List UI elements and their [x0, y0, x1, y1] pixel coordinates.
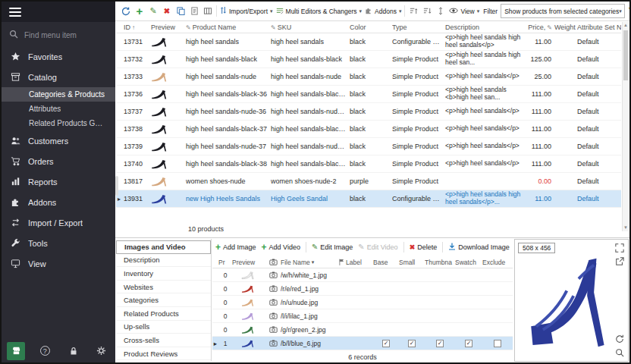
add-image-button[interactable]: +Add Image [215, 243, 256, 252]
vertical-scrollbar[interactable]: ▲ ▼ [622, 22, 629, 231]
edit-image-button[interactable]: ✎Edit Image [312, 243, 353, 251]
sidebar-item-tools[interactable]: Tools [2, 233, 115, 253]
column-header-preview[interactable]: Preview [232, 259, 265, 266]
sidebar-search[interactable] [2, 22, 115, 46]
scroll-down-arrow[interactable]: ▼ [623, 224, 629, 231]
sidebar-item-orders[interactable]: Orders [2, 151, 115, 171]
column-header-swatch[interactable]: Swatch [455, 259, 482, 266]
menu-icon[interactable] [9, 8, 21, 17]
sort-desc-button[interactable] [422, 5, 432, 17]
base-checkbox[interactable]: ✓ [382, 340, 390, 347]
tab-description[interactable]: Description [116, 254, 211, 268]
delete-product-button[interactable]: ✖ [162, 5, 172, 17]
column-header-id[interactable]: ID↑ [124, 24, 151, 31]
sidebar-item-customers[interactable]: Customers [2, 130, 115, 151]
help-button[interactable]: ? [36, 343, 53, 359]
thumb-checkbox[interactable]: ✓ [436, 340, 444, 347]
add-video-button[interactable]: +Add Video [262, 243, 300, 252]
sidebar-item-categories-products[interactable]: Categories & Products [2, 87, 115, 102]
column-header-base[interactable]: Base [373, 259, 399, 266]
column-header-thumbnail[interactable]: Thumbna [425, 259, 455, 266]
image-row[interactable]: 0/n/u/nude.jpg [212, 296, 513, 309]
product-thumbnail [151, 89, 186, 100]
product-row[interactable]: 13739high heel sandals-nude-37high heel … [116, 138, 621, 155]
sidebar-item-addons[interactable]: Addons [2, 192, 115, 212]
scroll-up-arrow[interactable]: ▲ [623, 22, 629, 29]
columns-button[interactable] [202, 5, 213, 17]
column-header-label[interactable]: Label [346, 259, 373, 266]
expand-collapse-button[interactable] [435, 5, 446, 17]
product-row[interactable]: 13738high heel sandals-black-37high heel… [116, 121, 621, 138]
column-header-preview[interactable]: Preview [151, 24, 186, 31]
sort-asc-button[interactable] [408, 5, 419, 17]
filter-icon: ▾ [312, 259, 315, 265]
product-row[interactable]: 13817women shoes-nudewomen shoes-nude-2p… [116, 173, 621, 190]
image-row[interactable]: 0/r/e/red_1.jpg [212, 282, 513, 296]
image-row[interactable]: 0/g/r/green_2.jpg [212, 323, 513, 337]
download-image-button[interactable]: Download Image [448, 243, 510, 252]
tab-inventory[interactable]: Inventory [116, 267, 211, 281]
import-export-menu[interactable]: Import/Export▾ [220, 6, 273, 16]
lock-button[interactable] [65, 343, 82, 359]
sidebar-item-favorites[interactable]: Favorites [2, 46, 115, 67]
tab-related-products[interactable]: Related Products [116, 307, 211, 321]
addons-menu[interactable]: Addons▾ [365, 7, 401, 16]
store-button[interactable] [7, 342, 25, 360]
sidebar-item-import-export[interactable]: Import / Export [2, 212, 115, 233]
image-row[interactable]: 0/l/i/lilac_1.jpg [212, 309, 513, 323]
tab-categories[interactable]: Categories [116, 293, 211, 307]
filters-menu[interactable]: Filters▾ [628, 7, 629, 16]
column-header-type[interactable]: Type [392, 24, 445, 31]
product-row[interactable]: 13733high heel sandals-nudehigh heel san… [116, 68, 621, 86]
scrollbar-thumb[interactable] [623, 30, 628, 80]
tab-up-sells[interactable]: Up-sells [116, 321, 211, 334]
column-header-color[interactable]: Color [350, 24, 392, 31]
swatch-checkbox[interactable]: ✓ [465, 340, 472, 347]
paste-button[interactable] [189, 5, 199, 17]
tab-images-and-video[interactable]: Images and Video [116, 240, 211, 254]
column-header-exclude[interactable]: Exclude [482, 259, 513, 266]
refresh-button[interactable] [121, 5, 131, 17]
tab-product-reviews[interactable]: Product Reviews [116, 347, 211, 361]
view-menu[interactable]: View▾ [449, 8, 479, 15]
open-external-icon[interactable] [614, 256, 625, 267]
tab-websites[interactable]: Websites [116, 281, 211, 294]
product-row[interactable]: 13732high heel sandals-blackhigh heel sa… [116, 51, 621, 68]
product-row[interactable]: 13731high heel sandalshigh heel sandalsb… [116, 33, 621, 51]
small-checkbox[interactable]: ✓ [408, 340, 416, 347]
sidebar-item-attributes[interactable]: Attributes [2, 102, 115, 116]
column-header-description[interactable]: Description [445, 24, 526, 31]
column-header-attribute-set-name[interactable]: Attribute Set Name [577, 24, 621, 31]
rotate-icon[interactable] [614, 334, 625, 344]
product-row[interactable]: 13737high heel sandals-nude-36high heel … [116, 103, 621, 121]
category-filter-select[interactable]: Show products from selected categories▾ [501, 4, 625, 18]
settings-button[interactable] [93, 343, 110, 359]
product-row[interactable]: 13740high heel sandals-black-38high heel… [116, 155, 621, 173]
column-header-price[interactable]: Price,✎ [526, 24, 554, 31]
sidebar-item-catalog[interactable]: Catalog [2, 67, 115, 87]
exclude-checkbox[interactable] [494, 340, 501, 347]
column-header-small[interactable]: Small [399, 259, 425, 266]
copy-button[interactable] [175, 5, 186, 17]
sidebar-item-view[interactable]: View [2, 253, 115, 274]
sidebar-item-related-products-generator[interactable]: Related Products Generator [2, 116, 115, 130]
image-row[interactable]: 0/w/h/white_1.jpg [212, 268, 513, 282]
product-row[interactable]: 13736high heel sandals-black-36high heel… [116, 86, 621, 103]
delete-button[interactable]: ✖Delete [410, 243, 438, 251]
column-header-weight[interactable]: Weight [554, 24, 577, 31]
column-header-file-name[interactable]: File Name▾ [281, 259, 337, 266]
image-row[interactable]: ▸1/b/l/blue_6.jpg✓✓✓✓ [212, 337, 513, 350]
splitter-handle[interactable] [115, 176, 118, 196]
column-header-product-name[interactable]: ✎Product Name [186, 24, 271, 31]
search-input[interactable] [23, 30, 105, 40]
multi-editors-menu[interactable]: Multi Editors & Changers▾ [276, 7, 363, 16]
tab-cross-sells[interactable]: Cross-sells [116, 334, 211, 347]
add-product-button[interactable]: + [134, 5, 145, 17]
column-header-sku[interactable]: ✎SKU [271, 24, 350, 31]
column-header-position[interactable]: Pr [218, 259, 232, 266]
product-row[interactable]: ▸13931new High Heels SandalsHigh Geels S… [116, 190, 621, 208]
sidebar-item-reports[interactable]: Reports [2, 171, 115, 192]
zoom-icon[interactable] [614, 347, 625, 358]
fullscreen-icon[interactable] [614, 243, 625, 253]
edit-product-button[interactable]: ✎ [148, 5, 159, 17]
